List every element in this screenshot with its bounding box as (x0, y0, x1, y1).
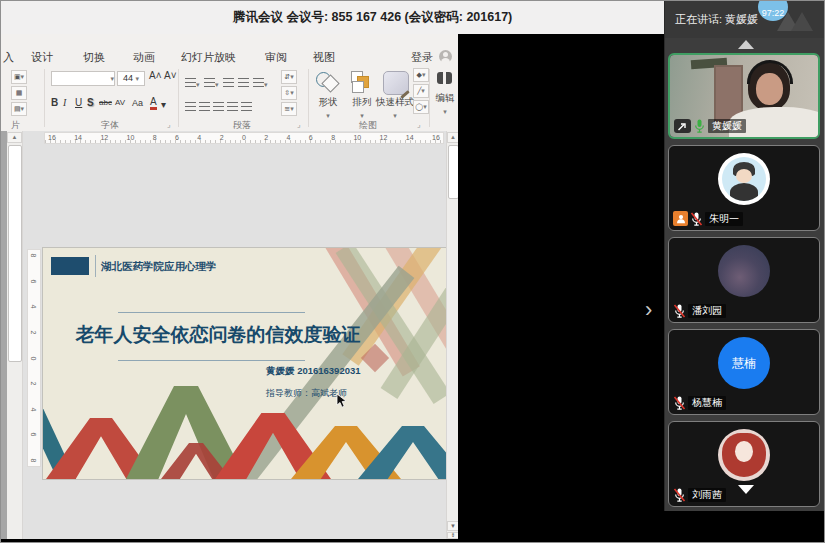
tab-review[interactable]: 审阅 (265, 49, 287, 66)
align-center-button[interactable] (199, 97, 210, 115)
slide-layout-button[interactable]: ▣▾ (11, 70, 27, 84)
mic-muted-icon (690, 212, 703, 226)
ribbon-tab-bar: 入 设计 切换 动画 幻灯片放映 审阅 视图 登录 (1, 49, 458, 66)
tab-view[interactable]: 视图 (313, 49, 335, 66)
justify-icon (227, 102, 238, 111)
mic-muted-icon (673, 396, 686, 410)
collapse-panel-arrow[interactable] (738, 40, 754, 49)
slide-author: 黄媛媛 201616392031 (266, 365, 361, 378)
smartart-convert-button[interactable]: ≅▾ (281, 102, 297, 116)
align-text-button[interactable]: ⇳▾ (281, 86, 297, 100)
character-spacing-button[interactable]: AV (115, 96, 125, 110)
participant-name: 黄媛媛 (708, 119, 746, 133)
powerpoint-window: 入 设计 切换 动画 幻灯片放映 审阅 视图 登录 ▣▾ ▦ ▤▾ (1, 34, 458, 539)
font-color-dropdown[interactable]: ▾ (161, 98, 166, 112)
participant-tile[interactable]: 潘刘园 (668, 237, 820, 323)
strikethrough-button[interactable]: abc (99, 96, 112, 110)
quick-styles-button[interactable]: 快速样式▾ (371, 96, 419, 120)
screen-share-icon (674, 119, 691, 133)
shrink-font-button[interactable]: A˅ (164, 69, 177, 83)
participant-name: 潘刘园 (688, 304, 726, 318)
grow-font-button[interactable]: A˄ (149, 69, 162, 83)
org-name: 湖北医药学院应用心理学 (101, 260, 217, 274)
text-shadow-button[interactable]: S (87, 96, 94, 110)
mouse-cursor (336, 393, 347, 413)
align-left-button[interactable] (185, 97, 196, 115)
shapes-icon (315, 70, 341, 94)
tab-transitions[interactable]: 切换 (83, 49, 105, 66)
new-slide-button[interactable]: ▤▾ (11, 102, 27, 116)
expand-panel-arrow[interactable]: › (645, 299, 652, 321)
numbering-button[interactable]: ▾ (204, 73, 219, 91)
italic-button[interactable]: I (63, 96, 66, 110)
change-case-button[interactable]: Aa (132, 96, 143, 110)
bullets-icon (185, 78, 196, 87)
title-rule-top (118, 312, 305, 313)
slide-canvas[interactable]: 湖北医药学院应用心理学 老年人安全依恋问卷的信效度验证 黄媛媛 20161639… (43, 248, 446, 479)
increase-indent-button[interactable] (238, 73, 249, 91)
drawing-dialog-launcher[interactable]: ⌟ (417, 120, 421, 129)
justify-button[interactable] (227, 97, 238, 115)
participant-tile-video[interactable]: 黄媛媛 (668, 53, 820, 139)
avatar (718, 245, 770, 297)
document-scrollbar[interactable]: ▲ ▼ ⇟ (446, 131, 458, 539)
participant-tile[interactable]: 慧楠 杨慧楠 (668, 329, 820, 415)
align-left-icon (185, 102, 196, 111)
vertical-ruler: 864202468 (27, 249, 41, 467)
thumbnail-pane-scrollbar[interactable]: ▲ (7, 131, 23, 539)
video-person-face (756, 73, 783, 105)
scroll-up-arrow[interactable]: ▲ (447, 132, 458, 143)
font-color-button[interactable]: A (150, 96, 157, 110)
title-rule-bottom (118, 360, 305, 361)
next-slide-button[interactable]: ⇟ (447, 532, 458, 539)
align-right-button[interactable] (213, 97, 224, 115)
bullets-button[interactable]: ▾ (185, 73, 200, 91)
mic-muted-icon (673, 488, 686, 502)
arrange-icon (349, 70, 373, 94)
scrollbar-thumb[interactable] (448, 145, 458, 199)
line-spacing-icon (253, 78, 264, 87)
avatar: 慧楠 (718, 337, 770, 389)
shape-outline-button[interactable]: ╱▾ (413, 84, 429, 98)
tab-insert[interactable]: 入 (3, 49, 14, 66)
participant-tile[interactable]: 刘雨茜 (668, 421, 820, 507)
font-dialog-launcher[interactable]: ⌟ (167, 120, 171, 129)
scroll-up-arrow[interactable]: ▲ (7, 132, 22, 143)
scrollbar-thumb[interactable] (8, 145, 22, 362)
avatar (718, 153, 770, 205)
participant-name: 刘雨茜 (688, 488, 726, 502)
font-size-combobox[interactable]: 44 ▾ (117, 71, 145, 86)
reset-slide-button[interactable]: ▦ (11, 86, 27, 100)
shape-effects-button[interactable]: ◯▾ (413, 100, 429, 114)
meeting-timer-badge[interactable]: 97:22 (758, 0, 788, 21)
shapes-button[interactable]: 形状▾ (309, 96, 347, 120)
columns-icon (241, 102, 252, 111)
paragraph-dialog-launcher[interactable]: ⌟ (297, 120, 301, 129)
columns-button[interactable] (241, 97, 252, 115)
participant-tile[interactable]: 朱明一 (668, 145, 820, 231)
tab-animations[interactable]: 动画 (133, 49, 155, 66)
font-name-combobox[interactable]: ▾ (51, 71, 115, 86)
mic-on-icon (693, 119, 706, 133)
text-direction-button[interactable]: ⇵▾ (281, 70, 297, 84)
scroll-more-participants-arrow[interactable] (738, 485, 754, 494)
screen: 腾讯会议 会议号: 855 167 426 (会议密码: 201617) ─ ✕… (0, 0, 825, 543)
tab-slideshow[interactable]: 幻灯片放映 (181, 49, 236, 66)
align-right-icon (213, 102, 224, 111)
find-binoculars-icon (437, 72, 452, 84)
account-icon[interactable] (439, 50, 452, 63)
edit-button[interactable]: 编辑▾ (431, 92, 458, 116)
font-size-value: 44 (123, 73, 133, 83)
underline-button[interactable]: U (75, 96, 82, 110)
bold-button[interactable]: B (51, 96, 58, 110)
tab-design[interactable]: 设计 (31, 49, 53, 66)
line-spacing-button[interactable]: ▾ (253, 73, 268, 91)
numbering-icon (204, 78, 215, 87)
increase-indent-icon (238, 78, 249, 87)
shape-fill-button[interactable]: ◆▾ (413, 68, 429, 82)
org-divider-line (95, 255, 96, 277)
scroll-down-arrow[interactable]: ▼ (447, 521, 458, 531)
ribbon: ▣▾ ▦ ▤▾ ▾ 44 ▾ A˄ A˅ B I U S abc AV Aa A… (1, 66, 458, 119)
login-button[interactable]: 登录 (411, 49, 433, 66)
decrease-indent-button[interactable] (223, 73, 234, 91)
